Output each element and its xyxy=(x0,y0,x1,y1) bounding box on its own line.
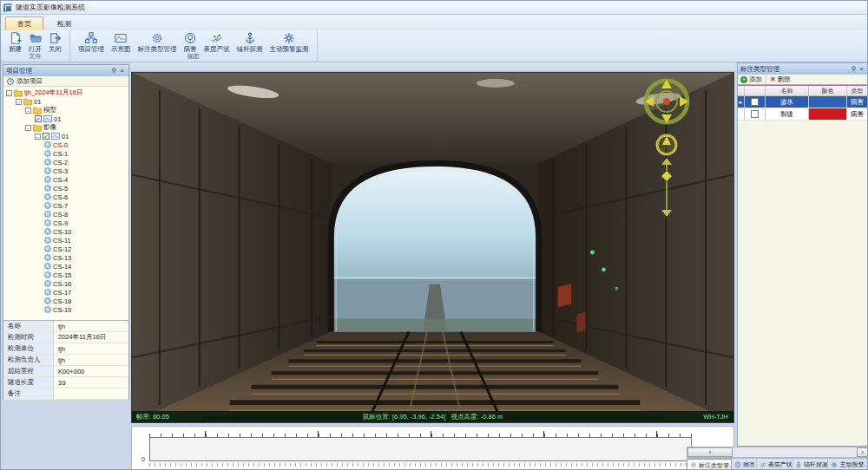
ribbon-button-gear[interactable]: 标注类型管理 xyxy=(135,32,181,54)
annotation-panel-header: 标注类型管理 ⚲ × xyxy=(738,63,868,75)
delete-annotation-button[interactable]: ✕ 删除 xyxy=(770,75,791,84)
menu-tab-检测[interactable]: 检测 xyxy=(45,16,83,30)
close-icon[interactable]: × xyxy=(118,66,126,76)
tree-expander-icon[interactable]: - xyxy=(6,90,12,96)
tree-expander-icon[interactable]: - xyxy=(25,108,31,114)
dock-tab-锚杆探测[interactable]: 锚杆探测 xyxy=(792,459,828,470)
annotation-row-渗水[interactable]: ▸渗水病害 xyxy=(738,96,868,108)
property-label: 备注 xyxy=(3,388,54,399)
tunnel-3d-viewport[interactable]: 帧率: 60.05 鼠标位置: [6.95, -3.96, -2.54] 视点高… xyxy=(131,72,734,423)
sphere-icon xyxy=(44,185,51,192)
row-checkbox[interactable] xyxy=(751,110,759,118)
scroll-right-button[interactable]: › xyxy=(857,447,868,457)
tree-item-01[interactable]: -01 xyxy=(3,97,128,106)
tree-item-CS-4[interactable]: CS-4 xyxy=(3,175,128,184)
chart-plot-area[interactable] xyxy=(149,437,692,461)
tree-item-影像[interactable]: -影像 xyxy=(3,123,128,132)
fps-label: 帧率: xyxy=(136,413,151,421)
pin-icon[interactable]: ⚲ xyxy=(850,64,858,75)
close-icon[interactable]: × xyxy=(858,64,865,75)
tree-item-CS-7[interactable]: CS-7 xyxy=(3,201,128,210)
row-color-cell xyxy=(809,108,847,120)
property-value: tjh xyxy=(54,356,65,364)
add-project-button[interactable]: + 添加项目 xyxy=(3,76,128,87)
tree-item-CS-10[interactable]: CS-10 xyxy=(3,227,128,236)
navigation-compass[interactable] xyxy=(639,77,694,225)
tree-item-01[interactable]: -✓01 xyxy=(3,132,128,140)
tree-checkbox[interactable]: ✓ xyxy=(43,133,49,140)
tree-item-CS-18[interactable]: CS-18 xyxy=(3,297,128,305)
tree-item-CS-6[interactable]: CS-6 xyxy=(3,193,128,201)
add-icon: + xyxy=(7,78,14,85)
tree-item-label: CS-3 xyxy=(53,167,68,175)
tree-item-CS-0[interactable]: CS-0 xyxy=(3,140,128,149)
tree-item-CS-12[interactable]: CS-12 xyxy=(3,245,128,253)
tree-item-label: 模型 xyxy=(43,106,56,114)
annotation-row-裂缝[interactable]: 裂缝病害 xyxy=(738,108,868,121)
tree-expander-icon[interactable]: - xyxy=(35,134,41,140)
tree-item-模型[interactable]: -模型 xyxy=(3,106,128,114)
row-type-cell: 病害 xyxy=(847,96,868,108)
property-value: 2024年11月16日 xyxy=(54,333,106,342)
gear-icon xyxy=(690,461,697,469)
project-tree: -tjh_2024年11月16日-01-模型✓01-影像-✓01CS-0CS-1… xyxy=(3,87,128,320)
ribbon-button-surface[interactable]: 表层产状 xyxy=(201,32,233,54)
tree-item-CS-1[interactable]: CS-1 xyxy=(3,149,128,158)
scroll-left-button[interactable]: ‹ xyxy=(687,447,733,457)
sphere-icon xyxy=(44,237,51,244)
dock-tab-strip: 标注类型管...病害表层产状锚杆探测主动预警... xyxy=(687,458,868,470)
tree-item-CS-15[interactable]: CS-15 xyxy=(3,271,128,279)
dock-tab-表层产状[interactable]: 表层产状 xyxy=(757,459,792,470)
property-label: 名称 xyxy=(3,321,54,331)
tree-item-CS-3[interactable]: CS-3 xyxy=(3,166,128,175)
tree-item-CS-11[interactable]: CS-11 xyxy=(3,236,128,245)
tree-item-label: CS-16 xyxy=(53,280,71,288)
ribbon-button-open-folder[interactable]: 打开 xyxy=(25,32,45,54)
tree-item-01[interactable]: ✓01 xyxy=(3,114,128,123)
menu-tab-首页[interactable]: 首页 xyxy=(5,16,43,30)
tree-item-CS-17[interactable]: CS-17 xyxy=(3,288,128,297)
tree-item-CS-9[interactable]: CS-9 xyxy=(3,219,128,227)
ribbon-button-burst[interactable]: 主动预警监测 xyxy=(266,32,312,54)
header-checkbox-cell xyxy=(745,86,766,95)
tree-item-label: CS-11 xyxy=(53,237,71,245)
row-checkbox[interactable] xyxy=(751,98,759,106)
app-icon xyxy=(3,3,12,12)
tree-expander-icon[interactable]: - xyxy=(16,99,22,105)
pin-icon[interactable]: ⚲ xyxy=(110,66,118,76)
property-row: 隧道长度33 xyxy=(3,377,128,388)
dock-tab-病害[interactable]: 病害 xyxy=(732,459,757,470)
tree-item-CS-19[interactable]: CS-19 xyxy=(3,305,128,314)
ribbon-button-hierarchy[interactable]: 项目管理 xyxy=(75,32,108,54)
ribbon-button-diagram[interactable]: 示意图 xyxy=(108,32,135,54)
chart-top-ruler xyxy=(149,431,692,437)
tree-expander-icon[interactable]: - xyxy=(25,125,31,131)
ribbon-button-target[interactable]: 病害 xyxy=(181,32,201,54)
property-label: 隧道长度 xyxy=(3,377,54,388)
tree-item-CS-14[interactable]: CS-14 xyxy=(3,262,128,271)
tree-item-CS-13[interactable]: CS-13 xyxy=(3,253,128,262)
dock-tab-主动预警...[interactable]: 主动预警... xyxy=(828,459,868,470)
tree-item-CS-5[interactable]: CS-5 xyxy=(3,184,128,193)
ribbon-button-new-file[interactable]: 新建 xyxy=(5,32,25,54)
tree-checkbox[interactable]: ✓ xyxy=(35,115,42,122)
sphere-icon xyxy=(44,219,51,226)
open-folder-icon xyxy=(30,32,42,44)
tree-item-CS-16[interactable]: CS-16 xyxy=(3,279,128,288)
title-bar: 隧道实景影像检测系统 xyxy=(1,1,868,15)
tree-item-label: tjh_2024年11月16日 xyxy=(24,88,82,97)
tree-item-CS-8[interactable]: CS-8 xyxy=(3,210,128,219)
add-annotation-button[interactable]: + 添加 xyxy=(740,75,762,84)
project-code: WH-TJH xyxy=(703,413,728,421)
tree-item-label: CS-5 xyxy=(53,185,68,193)
tree-item-tjh_2024年11月16日[interactable]: -tjh_2024年11月16日 xyxy=(3,88,128,97)
ribbon-button-close-doc[interactable]: 关闭 xyxy=(45,32,65,54)
ribbon-button-anchor[interactable]: 锚杆探测 xyxy=(233,32,266,54)
property-label: 检测单位 xyxy=(3,343,54,354)
tree-item-CS-2[interactable]: CS-2 xyxy=(3,158,128,166)
dock-tab-label: 标注类型管... xyxy=(699,461,732,470)
dock-tab-标注类型管...[interactable]: 标注类型管... xyxy=(687,459,732,470)
delete-icon: ✕ xyxy=(770,76,776,83)
tree-item-label: CS-6 xyxy=(53,193,68,201)
tree-item-label: CS-13 xyxy=(53,254,71,262)
